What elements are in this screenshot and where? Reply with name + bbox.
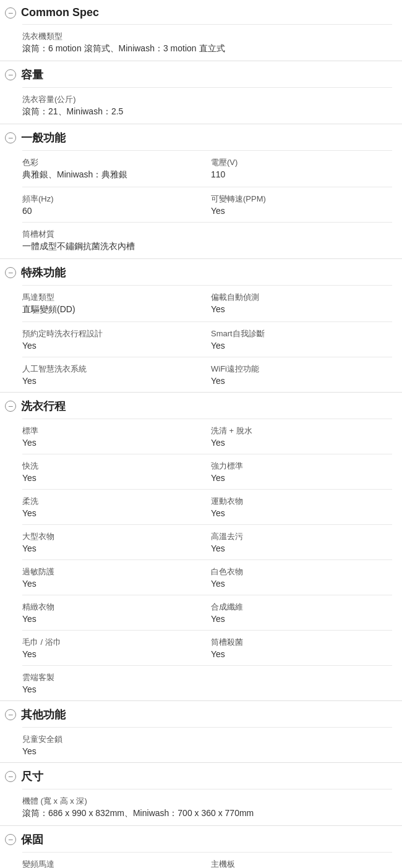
section-title: 洗衣行程 xyxy=(21,399,66,414)
spec-value: 滾筒：6 motion 滾筒式、Miniwash：3 motion 直立式 xyxy=(22,43,392,54)
spec-item: 洗衣機類型滾筒：6 motion 滾筒式、Miniwash：3 motion 直… xyxy=(22,31,392,54)
spec-value: 60 xyxy=(22,206,203,216)
spec-item: 電壓(V)110 xyxy=(211,157,392,181)
spec-value: Yes xyxy=(211,614,392,624)
toggle-icon[interactable]: − xyxy=(5,709,16,720)
spec-item: 運動衣物Yes xyxy=(211,496,392,518)
spec-label: 運動衣物 xyxy=(211,496,392,507)
spec-row: 筒槽材質一體成型不鏽鋼抗菌洗衣內槽 xyxy=(22,222,392,258)
spec-label: 可變轉速(PPM) xyxy=(211,194,392,205)
spec-value: Yes xyxy=(211,341,392,351)
spec-item: 馬達類型直驅變頻(DD) xyxy=(22,292,203,315)
spec-item: 主機板3年 xyxy=(211,859,392,868)
spec-label: 筒槽材質 xyxy=(22,229,392,240)
section-content-common-spec: 洗衣機類型滾筒：6 motion 滾筒式、Miniwash：3 motion 直… xyxy=(0,24,402,61)
spec-label: 變頻馬達 xyxy=(22,859,203,868)
spec-value: 滾筒：686 x 990 x 832mm、Miniwash：700 x 360 … xyxy=(22,808,392,819)
spec-label: 標準 xyxy=(22,425,203,436)
spec-row: 馬達類型直驅變頻(DD)偏載自動偵測Yes xyxy=(22,285,392,321)
spec-item: 標準Yes xyxy=(22,425,203,448)
section-content-wash-program: 標準Yes洗清 + 脫水Yes快洗Yes強力標準Yes柔洗Yes運動衣物Yes大… xyxy=(0,419,402,700)
spec-row: 預約定時洗衣行程設計YesSmart自我診斷Yes xyxy=(22,321,392,357)
toggle-icon[interactable]: − xyxy=(5,7,16,19)
section-header-other-function[interactable]: −其他功能 xyxy=(0,701,402,727)
spec-value: Yes xyxy=(211,579,392,589)
spec-row: 過敏防護Yes白色衣物Yes xyxy=(22,560,392,595)
spec-label: 強力標準 xyxy=(211,461,392,472)
spec-item: 快洗Yes xyxy=(22,461,203,483)
toggle-icon[interactable]: − xyxy=(5,401,16,412)
toggle-icon[interactable]: − xyxy=(5,771,16,782)
spec-label: 洗清 + 脫水 xyxy=(211,425,392,436)
spec-label: 洗衣容量(公斤) xyxy=(22,94,392,105)
section-special-function: −特殊功能馬達類型直驅變頻(DD)偏載自動偵測Yes預約定時洗衣行程設計YesS… xyxy=(0,259,402,393)
spec-row: 大型衣物Yes高溫去污Yes xyxy=(22,524,392,560)
section-header-special-function[interactable]: −特殊功能 xyxy=(0,259,402,285)
spec-value: Yes xyxy=(22,438,203,448)
spec-item: 洗衣容量(公斤)滾筒：21、Miniwash：2.5 xyxy=(22,94,392,117)
section-dimensions: −尺寸機體 (寬 x 高 x 深)滾筒：686 x 990 x 832mm、Mi… xyxy=(0,763,402,826)
section-content-other-function: 兒童安全鎖Yes xyxy=(0,727,402,762)
section-common-spec: −Common Spec洗衣機類型滾筒：6 motion 滾筒式、Miniwas… xyxy=(0,0,402,61)
spec-value: Yes xyxy=(22,649,203,659)
spec-item: 偏載自動偵測Yes xyxy=(211,292,392,315)
section-header-general-function[interactable]: −一般功能 xyxy=(0,124,402,150)
spec-label: 色彩 xyxy=(22,157,203,168)
spec-value: Yes xyxy=(211,304,392,314)
spec-label: 預約定時洗衣行程設計 xyxy=(22,328,203,339)
spec-item: 筒槽材質一體成型不鏽鋼抗菌洗衣內槽 xyxy=(22,229,392,252)
spec-item: 兒童安全鎖Yes xyxy=(22,734,392,756)
spec-label: Smart自我診斷 xyxy=(211,328,392,339)
spec-item: 預約定時洗衣行程設計Yes xyxy=(22,328,203,351)
spec-item: 變頻馬達10年 xyxy=(22,859,203,868)
section-title: Common Spec xyxy=(21,6,99,19)
spec-item: 強力標準Yes xyxy=(211,461,392,483)
section-header-common-spec[interactable]: −Common Spec xyxy=(0,0,402,24)
spec-label: 精緻衣物 xyxy=(22,602,203,613)
spec-value: Yes xyxy=(22,473,203,483)
spec-item: Smart自我診斷Yes xyxy=(211,328,392,351)
spec-value: Yes xyxy=(211,206,392,216)
spec-label: 馬達類型 xyxy=(22,292,203,303)
spec-item: 色彩典雅銀、Miniwash：典雅銀 xyxy=(22,157,203,181)
spec-value: Yes xyxy=(211,543,392,553)
spec-value: 直驅變頻(DD) xyxy=(22,304,203,315)
section-title: 一般功能 xyxy=(21,130,66,145)
toggle-icon[interactable]: − xyxy=(5,834,16,845)
section-title: 特殊功能 xyxy=(21,265,66,280)
section-header-capacity[interactable]: −容量 xyxy=(0,61,402,87)
spec-label: 過敏防護 xyxy=(22,566,203,577)
section-header-warranty[interactable]: −保固 xyxy=(0,826,402,852)
spec-item: 筒槽殺菌Yes xyxy=(211,637,392,659)
section-title: 容量 xyxy=(21,67,43,82)
spec-label: 頻率(Hz) xyxy=(22,194,203,205)
section-capacity: −容量洗衣容量(公斤)滾筒：21、Miniwash：2.5 xyxy=(0,61,402,124)
spec-value: Yes xyxy=(211,649,392,659)
spec-row: 機體 (寬 x 高 x 深)滾筒：686 x 990 x 832mm、Miniw… xyxy=(22,789,392,825)
spec-label: 筒槽殺菌 xyxy=(211,637,392,648)
toggle-icon[interactable]: − xyxy=(5,267,16,278)
section-header-dimensions[interactable]: −尺寸 xyxy=(0,763,402,789)
toggle-icon[interactable]: − xyxy=(5,69,16,80)
toggle-icon[interactable]: − xyxy=(5,132,16,143)
spec-item: 洗清 + 脫水Yes xyxy=(211,425,392,448)
section-header-wash-program[interactable]: −洗衣行程 xyxy=(0,393,402,419)
spec-row: 人工智慧洗衣系統YesWiFi遠控功能Yes xyxy=(22,357,392,392)
spec-value: Yes xyxy=(22,376,203,386)
spec-page: −Common Spec洗衣機類型滾筒：6 motion 滾筒式、Miniwas… xyxy=(0,0,402,868)
spec-item: WiFi遠控功能Yes xyxy=(211,364,392,386)
spec-row: 快洗Yes強力標準Yes xyxy=(22,454,392,489)
spec-label: 快洗 xyxy=(22,461,203,472)
spec-value: Yes xyxy=(22,508,203,518)
spec-row: 洗衣容量(公斤)滾筒：21、Miniwash：2.5 xyxy=(22,87,392,124)
spec-label: 大型衣物 xyxy=(22,531,203,542)
spec-item: 頻率(Hz)60 xyxy=(22,194,203,216)
spec-value: Yes xyxy=(211,473,392,483)
spec-value: 110 xyxy=(211,169,392,179)
section-title: 尺寸 xyxy=(21,769,43,784)
section-content-general-function: 色彩典雅銀、Miniwash：典雅銀電壓(V)110頻率(Hz)60可變轉速(P… xyxy=(0,150,402,258)
section-title: 其他功能 xyxy=(21,707,66,722)
spec-value: Yes xyxy=(211,438,392,448)
spec-item: 可變轉速(PPM)Yes xyxy=(211,194,392,216)
spec-value: 典雅銀、Miniwash：典雅銀 xyxy=(22,169,203,181)
